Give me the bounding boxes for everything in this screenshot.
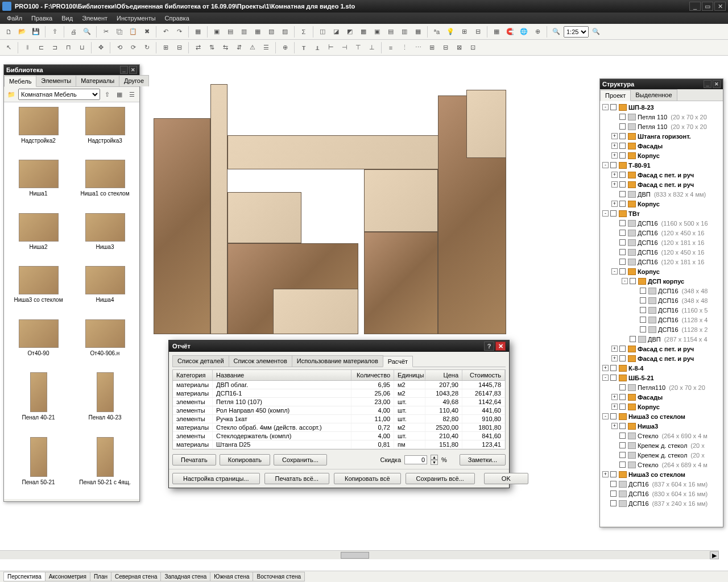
expand-icon[interactable]: +: [611, 355, 618, 361]
tree-row[interactable]: +Штанга горизонт.: [601, 131, 722, 141]
tree-row[interactable]: -ШП-8-23: [601, 102, 722, 112]
tree-row[interactable]: ДВП(833 x 832 x 4 мм): [601, 189, 722, 199]
maximize-button[interactable]: ▭: [702, 2, 713, 11]
col-cost[interactable]: Стоимость: [462, 370, 505, 380]
library-item[interactable]: Ниша1 со стеклом: [73, 157, 137, 208]
library-folder-select[interactable]: Комнатная Мебель: [18, 89, 100, 100]
prop-icon[interactable]: ☰: [260, 41, 272, 54]
library-min-button[interactable]: _: [120, 66, 128, 74]
dist4-icon[interactable]: ⊣: [338, 41, 351, 54]
grid-row[interactable]: материалыДВП облаг.6,95м2207,901445,78: [173, 381, 505, 389]
tree-row[interactable]: Стекло(264 x 690 x 4 м: [601, 431, 722, 440]
expand-icon[interactable]: +: [611, 346, 618, 352]
tree-row[interactable]: ДСП16(120 x 450 x 16: [601, 247, 722, 257]
checkbox[interactable]: [610, 413, 617, 419]
align5-icon[interactable]: ⊔: [76, 41, 88, 54]
align1-icon[interactable]: ⫴: [21, 41, 34, 54]
viewmode2-icon[interactable]: ☰: [126, 89, 138, 100]
tree-row[interactable]: Петля110(20 x 70 x 20: [601, 383, 722, 392]
view4-icon[interactable]: ▩: [357, 26, 370, 38]
tree-row[interactable]: +Корпус: [601, 199, 722, 209]
expand-icon[interactable]: -: [622, 278, 628, 284]
misc1-icon[interactable]: ⊞: [458, 26, 470, 38]
rot2-icon[interactable]: ⟳: [127, 41, 139, 54]
view-tab-3[interactable]: Северная стена: [111, 572, 162, 581]
viewmode1-icon[interactable]: ▦: [114, 89, 125, 100]
expand-icon[interactable]: -: [611, 268, 618, 275]
checkbox[interactable]: [640, 297, 646, 304]
arr7-icon[interactable]: ⊡: [466, 41, 479, 54]
view6-icon[interactable]: ▤: [384, 26, 397, 38]
tree-row[interactable]: Крепеж д. стекол(20 x: [601, 450, 722, 460]
col-qty[interactable]: Количество: [351, 370, 394, 380]
view5-icon[interactable]: ▣: [371, 26, 383, 38]
help-button[interactable]: ?: [484, 342, 494, 351]
checkbox[interactable]: [619, 172, 626, 178]
view-tab-1[interactable]: Аксонометрия: [45, 572, 90, 581]
checkbox[interactable]: [619, 433, 626, 439]
save-button[interactable]: Сохранить...: [274, 454, 327, 465]
checkbox[interactable]: [619, 201, 626, 207]
expand-icon[interactable]: [632, 288, 638, 294]
view-tab-6[interactable]: Восточная стена: [253, 572, 305, 581]
library-tab-0[interactable]: Мебель: [4, 76, 36, 87]
structure-tab-1[interactable]: Выделенное: [630, 89, 677, 101]
view1-icon[interactable]: ◫: [316, 26, 329, 38]
tree-row[interactable]: Петля 110(20 x 70 x 20: [601, 112, 722, 122]
checkbox[interactable]: [640, 288, 646, 294]
checkbox[interactable]: [640, 317, 646, 323]
report-tab-1[interactable]: Список элементов: [229, 355, 292, 367]
tree-row[interactable]: -ТВт: [601, 209, 722, 218]
grid-row[interactable]: элементыСтеклодержатель (компл)4,00шт.21…: [173, 432, 505, 440]
checkbox[interactable]: [630, 336, 636, 342]
delete-icon[interactable]: ✖: [140, 26, 153, 38]
flip1-icon[interactable]: ⇄: [192, 41, 204, 54]
open-icon[interactable]: 📂: [16, 26, 28, 38]
expand-icon[interactable]: +: [611, 181, 618, 188]
flip3-icon[interactable]: ⇆: [219, 41, 231, 54]
checkbox[interactable]: [610, 481, 617, 487]
expand-icon[interactable]: +: [611, 152, 618, 159]
export-icon[interactable]: ⇪: [48, 26, 61, 38]
report-tab-2[interactable]: Использование материалов: [292, 355, 383, 367]
panel3-icon[interactable]: ▥: [238, 26, 250, 38]
grid-row[interactable]: элементыПетля 110 (107)23,00шт.49,681142…: [173, 398, 505, 406]
rot3-icon[interactable]: ↻: [140, 41, 153, 54]
library-item[interactable]: Надстройка3: [73, 105, 137, 155]
expand-icon[interactable]: -: [602, 104, 609, 110]
dialog-close-button[interactable]: ✕: [495, 342, 506, 351]
structure-tree[interactable]: -ШП-8-23Петля 110(20 x 70 x 20Петля 110(…: [600, 101, 723, 526]
grid-row[interactable]: элементыРучка 1кат11,00шт.82,80910,80: [173, 415, 505, 423]
library-close-button[interactable]: ✕: [129, 66, 137, 74]
checkbox[interactable]: [619, 355, 626, 361]
scroll-right-icon[interactable]: ▶: [710, 551, 719, 559]
arr2-icon[interactable]: ⋮: [398, 41, 411, 54]
expand-icon[interactable]: +: [611, 133, 618, 139]
library-tab-1[interactable]: Элементы: [36, 75, 76, 86]
tree-row[interactable]: -Т-80-91: [601, 160, 722, 170]
view-tab-5[interactable]: Южная стена: [210, 572, 253, 581]
library-item[interactable]: Пенал 40-23: [73, 370, 137, 432]
expand-icon[interactable]: +: [611, 172, 618, 178]
ungroup-icon[interactable]: ⊟: [173, 41, 185, 54]
expand-icon[interactable]: +: [611, 404, 618, 410]
grid-row[interactable]: материалыСтекло обраб. 4мм (действ. ассо…: [173, 423, 505, 432]
checkbox[interactable]: [619, 230, 626, 236]
panel5-icon[interactable]: ▧: [265, 26, 278, 38]
tree-row[interactable]: -Корпус: [601, 267, 722, 276]
checkbox[interactable]: [610, 104, 617, 110]
h-scrollbar[interactable]: ▶: [0, 550, 719, 559]
select-icon[interactable]: ↖: [2, 41, 15, 54]
group-icon[interactable]: ⊞: [159, 41, 172, 54]
misc2-icon[interactable]: ⊟: [471, 26, 484, 38]
checkbox[interactable]: [619, 191, 626, 197]
tree-row[interactable]: ДВП(287 x 1154 x 4: [601, 334, 722, 344]
checkbox[interactable]: [619, 123, 626, 130]
tree-row[interactable]: ДСП16(837 x 240 x 16 мм): [601, 498, 722, 508]
warn-icon[interactable]: ⚠: [246, 41, 259, 54]
checkbox[interactable]: [619, 384, 626, 390]
checkbox[interactable]: [619, 423, 626, 429]
expand-icon[interactable]: [611, 384, 618, 390]
grid-row[interactable]: элементыРол Направл 450 (компл)4,00шт.11…: [173, 406, 505, 415]
checkbox[interactable]: [619, 452, 626, 458]
